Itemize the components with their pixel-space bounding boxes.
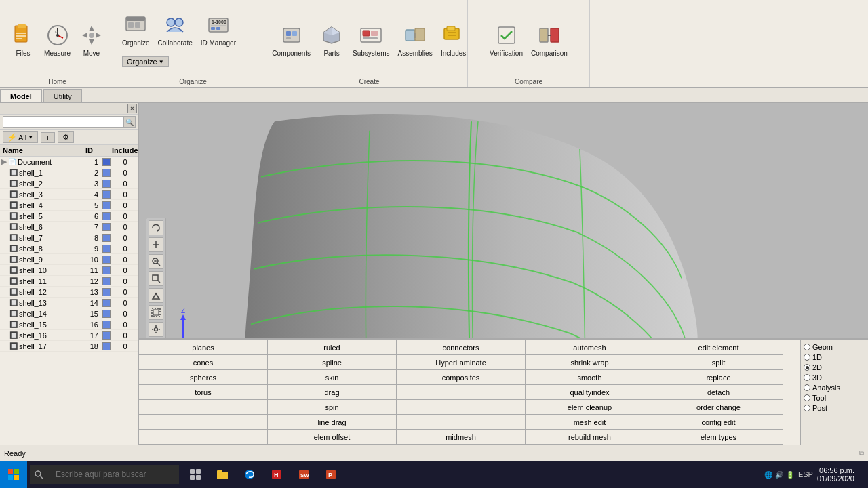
- fit-button[interactable]: [149, 305, 163, 320]
- shell-icon: 🔲: [9, 277, 18, 285]
- mesh-cell[interactable]: midmesh: [397, 430, 526, 445]
- organize-dropdown-button[interactable]: Organize ▼: [122, 56, 169, 67]
- mesh-cell[interactable]: mesh edit: [526, 415, 654, 430]
- radio-item-2d[interactable]: 2D: [804, 363, 865, 372]
- toolbar-includes-button[interactable]: Includes: [438, 21, 469, 58]
- zoom-in-button[interactable]: [149, 254, 163, 269]
- mesh-cell[interactable]: cones: [139, 355, 268, 370]
- taskbar-time: 06:56 p.m.: [817, 466, 854, 474]
- tree-row[interactable]: 🔲shell_11120: [0, 276, 138, 287]
- toolbar-components-button[interactable]: Components: [269, 21, 313, 58]
- mesh-cell[interactable]: ruled: [268, 340, 397, 355]
- mesh-cell[interactable]: config edit: [654, 415, 783, 430]
- mesh-cell[interactable]: drag: [268, 385, 397, 400]
- toolbar-verification-button[interactable]: Verification: [487, 21, 526, 58]
- tree-row[interactable]: 🔲shell_16170: [0, 330, 138, 341]
- taskbar-app1-button[interactable]: H: [264, 462, 289, 487]
- taskbar-app2-button[interactable]: SW: [292, 462, 316, 487]
- mesh-cell[interactable]: order change: [654, 400, 783, 415]
- panel-close-button[interactable]: ×: [127, 104, 137, 113]
- toolbar-measure-button[interactable]: 12 Measure: [41, 21, 73, 58]
- mesh-cell[interactable]: elem offset: [268, 430, 397, 445]
- show-desktop-button[interactable]: [859, 461, 863, 488]
- taskbar-app3-button[interactable]: P: [319, 462, 343, 487]
- radio-item-geom[interactable]: Geom: [804, 342, 865, 352]
- tree-row[interactable]: 🔲shell_890: [0, 243, 138, 254]
- tree-row[interactable]: 🔲shell_14150: [0, 308, 138, 319]
- tree-row[interactable]: 🔲shell_230: [0, 178, 138, 189]
- toolbar-move-button[interactable]: Move: [76, 21, 107, 58]
- mesh-cell[interactable]: spheres: [139, 370, 268, 385]
- toolbar-subsystems-button[interactable]: Subsystems: [350, 21, 392, 58]
- taskbar-file-explorer-button[interactable]: [210, 462, 235, 487]
- tree-row[interactable]: 🔲shell_780: [0, 232, 138, 243]
- mesh-cell[interactable]: rebuild mesh: [526, 430, 654, 445]
- mesh-cell[interactable]: elem types: [654, 430, 783, 445]
- radio-item-post[interactable]: Post: [804, 403, 865, 413]
- mesh-cell[interactable]: spin: [268, 400, 397, 415]
- tab-utility[interactable]: Utility: [43, 89, 82, 102]
- taskbar-clock: 06:56 p.m. 01/09/2020: [817, 466, 854, 483]
- mesh-cell[interactable]: smooth: [526, 370, 654, 385]
- mesh-cell[interactable]: shrink wrap: [526, 355, 654, 370]
- radio-item-1d[interactable]: 1D: [804, 352, 865, 362]
- tree-row[interactable]: 🔲shell_13140: [0, 298, 138, 308]
- toolbar-organize-button[interactable]: Organize: [119, 11, 153, 48]
- tree-row[interactable]: 🔲shell_15160: [0, 319, 138, 330]
- tree-row[interactable]: 🔲shell_560: [0, 211, 138, 222]
- mesh-cell[interactable]: replace: [654, 370, 783, 385]
- toolbar-idmanager-button[interactable]: 1-1000 ID Manager: [198, 11, 239, 48]
- mesh-cell[interactable]: line drag: [268, 415, 397, 430]
- mesh-cell[interactable]: connectors: [397, 340, 526, 355]
- mesh-cell[interactable]: skin: [268, 370, 397, 385]
- rotate-button[interactable]: [149, 220, 163, 235]
- mesh-cell[interactable]: qualityindex: [526, 385, 654, 400]
- resize-handle[interactable]: ⧉: [859, 449, 864, 458]
- tree-all-dropdown[interactable]: ⚡ All ▼: [3, 131, 38, 143]
- start-button[interactable]: [0, 461, 27, 488]
- tree-row[interactable]: 🔲shell_17180: [0, 341, 138, 352]
- tree-row[interactable]: 🔲shell_340: [0, 189, 138, 200]
- tree-row[interactable]: 🔲shell_450: [0, 200, 138, 211]
- search-input[interactable]: [3, 116, 123, 128]
- tree-row[interactable]: 🔲shell_10110: [0, 265, 138, 276]
- taskbar-search-input[interactable]: [49, 465, 175, 484]
- mesh-cell[interactable]: torus: [139, 385, 268, 400]
- svg-text:Z: Z: [181, 308, 185, 314]
- mesh-cell[interactable]: HyperLaminate: [397, 355, 526, 370]
- tree-row[interactable]: ▶📄Document10: [0, 157, 138, 167]
- tree-row[interactable]: 🔲shell_9100: [0, 254, 138, 265]
- settings-view-button[interactable]: [149, 322, 163, 337]
- mesh-cell[interactable]: detach: [654, 385, 783, 400]
- tree-row[interactable]: 🔲shell_120: [0, 167, 138, 178]
- mesh-cell[interactable]: composites: [397, 370, 526, 385]
- tree-add-button[interactable]: +: [41, 132, 54, 143]
- mesh-cell[interactable]: edit element: [654, 340, 783, 355]
- tab-model[interactable]: Model: [0, 89, 42, 102]
- mesh-cell[interactable]: spline: [268, 355, 397, 370]
- tree-settings-button[interactable]: ⚙: [58, 131, 74, 143]
- taskbar-taskview-button[interactable]: [183, 462, 208, 487]
- toolbar-assemblies-button[interactable]: Assemblies: [395, 21, 435, 58]
- zoom-box-button[interactable]: [149, 271, 163, 286]
- radio-label: Post: [812, 404, 827, 412]
- tree-row[interactable]: 🔲shell_12130: [0, 287, 138, 298]
- svg-rect-26: [283, 28, 300, 42]
- radio-item-tool[interactable]: Tool: [804, 393, 865, 403]
- mesh-cell[interactable]: automesh: [526, 340, 654, 355]
- mesh-cell[interactable]: planes: [139, 340, 268, 355]
- mesh-cell[interactable]: elem cleanup: [526, 400, 654, 415]
- taskbar-edge-button[interactable]: [237, 462, 262, 487]
- pan-button[interactable]: [149, 237, 163, 252]
- search-button[interactable]: 🔍: [123, 116, 136, 128]
- tree-row[interactable]: 🔲shell_670: [0, 222, 138, 232]
- toolbar-collaborate-button[interactable]: Collaborate: [155, 11, 195, 48]
- toolbar-comparison-button[interactable]: Comparison: [528, 21, 570, 58]
- radio-item-analysis[interactable]: Analysis: [804, 383, 865, 392]
- tree-body[interactable]: ▶📄Document10🔲shell_120🔲shell_230🔲shell_3…: [0, 157, 138, 445]
- toolbar-files-button[interactable]: Files: [7, 21, 39, 58]
- perspective-button[interactable]: [149, 288, 163, 303]
- toolbar-parts-button[interactable]: Parts: [316, 21, 347, 58]
- radio-item-3d[interactable]: 3D: [804, 373, 865, 382]
- mesh-cell[interactable]: split: [654, 355, 783, 370]
